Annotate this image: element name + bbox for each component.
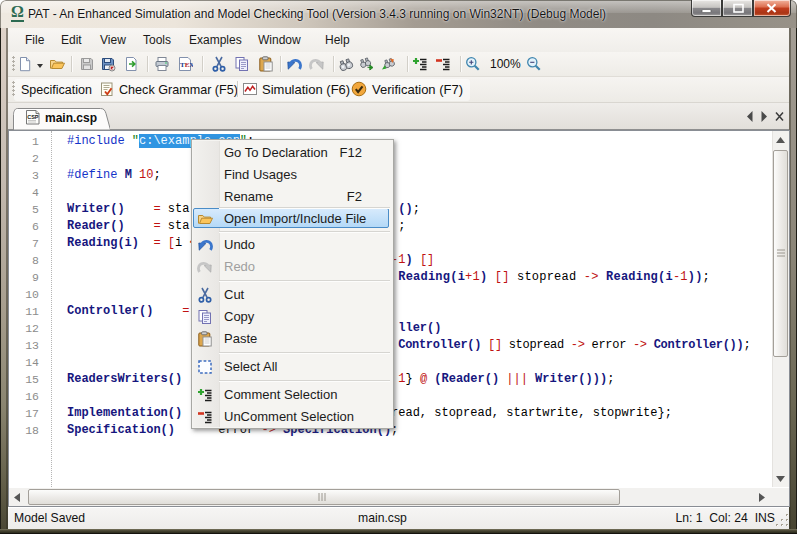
svg-text:CSP: CSP xyxy=(27,114,39,120)
svg-text:TEX: TEX xyxy=(180,61,193,69)
